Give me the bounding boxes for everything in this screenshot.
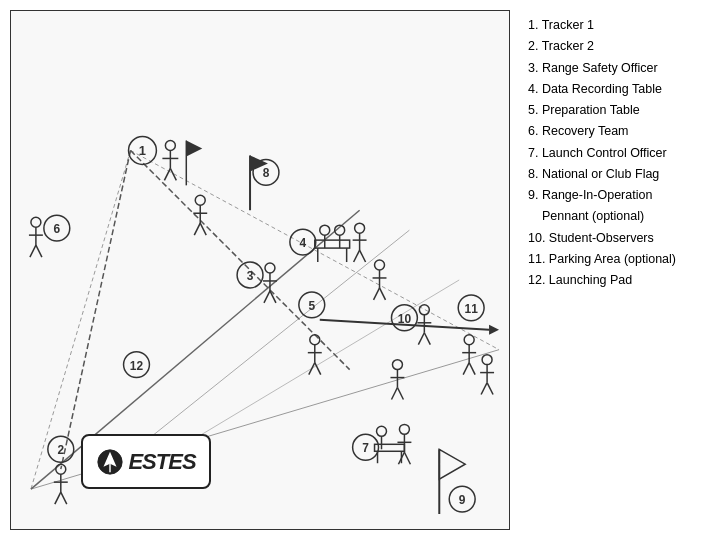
legend-item-1: 1. Tracker 1: [528, 15, 705, 36]
main-container: 1 8 6 4: [0, 0, 720, 540]
svg-text:7: 7: [362, 441, 369, 455]
legend-item-4: 4. Data Recording Table: [528, 79, 705, 100]
legend-item-12: 12. Launching Pad: [528, 270, 705, 291]
legend-item-11: 11. Parking Area (optional): [528, 249, 705, 270]
svg-text:9: 9: [459, 493, 466, 507]
legend-item-2: 2. Tracker 2: [528, 36, 705, 57]
estes-logo: ESTES: [81, 434, 211, 489]
svg-text:3: 3: [247, 269, 254, 283]
svg-text:11: 11: [465, 302, 479, 316]
svg-text:6: 6: [53, 222, 60, 236]
svg-text:1: 1: [139, 143, 146, 158]
legend-item-7: 7. Launch Control Officer: [528, 143, 705, 164]
legend-item-9: 9. Range-In-Operation: [528, 185, 705, 206]
svg-text:4: 4: [300, 236, 307, 250]
legend-item-8: 8. National or Club Flag: [528, 164, 705, 185]
svg-text:8: 8: [263, 166, 270, 180]
legend-item-10: 10. Student-Observers: [528, 228, 705, 249]
legend-area: 1. Tracker 1 2. Tracker 2 3. Range Safet…: [520, 10, 710, 530]
svg-text:2: 2: [57, 443, 64, 457]
svg-text:10: 10: [398, 312, 412, 326]
estes-brand-text: ESTES: [128, 449, 195, 475]
svg-text:12: 12: [130, 359, 144, 373]
legend-item-3: 3. Range Safety Officer: [528, 58, 705, 79]
legend-item-9b: Pennant (optional): [528, 206, 705, 227]
legend-item-5: 5. Preparation Table: [528, 100, 705, 121]
legend-item-6: 6. Recovery Team: [528, 121, 705, 142]
svg-text:5: 5: [308, 299, 315, 313]
diagram-area: 1 8 6 4: [10, 10, 510, 530]
